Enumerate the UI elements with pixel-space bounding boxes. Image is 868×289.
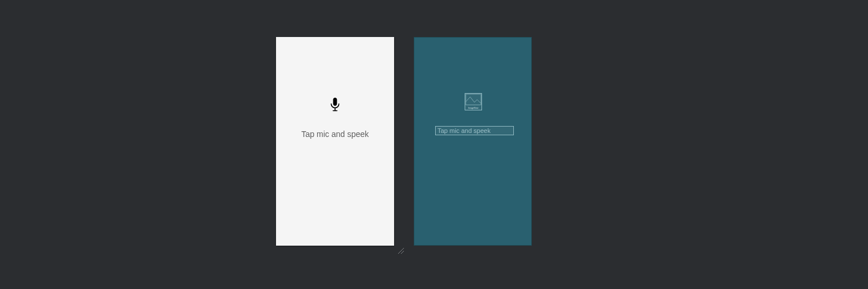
svg-line-2 xyxy=(398,248,404,254)
blueprint-imageview[interactable]: ImageView xyxy=(465,93,482,110)
svg-rect-4 xyxy=(466,94,481,105)
blueprint-textview[interactable]: Tap mic and speek xyxy=(435,126,514,135)
microphone-icon[interactable] xyxy=(329,98,341,112)
svg-line-3 xyxy=(401,251,404,254)
hint-text: Tap mic and speek xyxy=(276,129,394,139)
blueprint-imageview-label: ImageView xyxy=(465,107,481,109)
preview-artboard: Tap mic and speek xyxy=(276,37,394,246)
resize-handle-icon[interactable] xyxy=(397,247,404,254)
blueprint-artboard[interactable]: ImageView Tap mic and speek xyxy=(414,37,532,246)
